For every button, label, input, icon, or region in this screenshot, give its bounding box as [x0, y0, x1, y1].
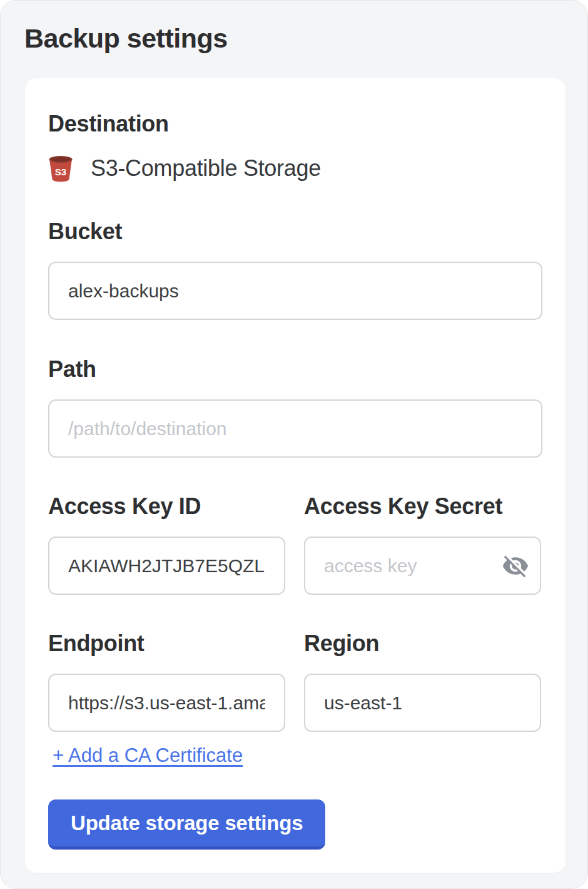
backup-settings-page: Backup settings Destination S3 S3-Compat…	[0, 0, 588, 889]
add-ca-certificate-link[interactable]: + Add a CA Certificate	[53, 744, 243, 767]
access-key-id-input[interactable]	[48, 537, 285, 595]
path-label: Path	[48, 356, 542, 383]
endpoint-region-inputs-row	[48, 674, 542, 732]
backup-settings-card: Destination S3 S3-Compatible Storage Buc…	[25, 78, 565, 873]
eye-off-icon[interactable]	[501, 552, 530, 580]
endpoint-input[interactable]	[48, 674, 285, 732]
region-input[interactable]	[304, 674, 541, 732]
destination-value: S3-Compatible Storage	[91, 155, 321, 182]
s3-bucket-icon: S3	[48, 155, 73, 182]
endpoint-region-labels-row: Endpoint Region	[48, 630, 542, 674]
access-key-id-label: Access Key ID	[48, 493, 285, 520]
update-storage-settings-button[interactable]: Update storage settings	[48, 799, 325, 850]
access-key-secret-label: Access Key Secret	[304, 493, 541, 520]
bucket-input[interactable]	[48, 262, 542, 320]
access-key-labels-row: Access Key ID Access Key Secret	[48, 493, 542, 537]
page-title: Backup settings	[24, 23, 587, 54]
endpoint-label: Endpoint	[48, 630, 285, 657]
region-label: Region	[304, 630, 541, 657]
path-input[interactable]	[48, 399, 542, 458]
destination-row: S3 S3-Compatible Storage	[48, 155, 542, 182]
bucket-label: Bucket	[48, 218, 542, 245]
svg-text:S3: S3	[55, 167, 66, 177]
access-key-inputs-row	[48, 537, 542, 595]
destination-label: Destination	[48, 111, 542, 137]
